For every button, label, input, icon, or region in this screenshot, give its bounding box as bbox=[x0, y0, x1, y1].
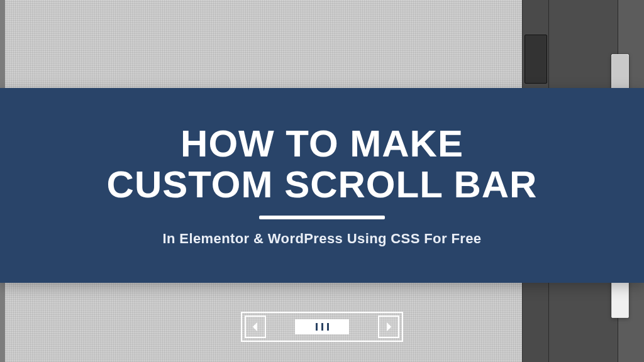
scroll-left-button[interactable] bbox=[245, 315, 266, 338]
subtitle: In Elementor & WordPress Using CSS For F… bbox=[162, 231, 481, 247]
scroll-right-button[interactable] bbox=[378, 315, 399, 338]
title-line2: CUSTOM SCROLL BAR bbox=[107, 163, 538, 206]
chevron-right-icon bbox=[384, 322, 393, 331]
horizontal-scroll-thumb[interactable] bbox=[295, 319, 349, 334]
chevron-left-icon bbox=[251, 322, 260, 331]
horizontal-scroll-track[interactable] bbox=[271, 315, 373, 338]
title-line1: HOW TO MAKE bbox=[180, 123, 464, 165]
sample-horizontal-scrollbar[interactable] bbox=[241, 312, 403, 342]
page-title: HOW TO MAKE CUSTOM SCROLL BAR bbox=[107, 124, 538, 206]
headline-band: HOW TO MAKE CUSTOM SCROLL BAR In Element… bbox=[0, 88, 644, 283]
title-divider bbox=[259, 216, 385, 219]
background: HOW TO MAKE CUSTOM SCROLL BAR In Element… bbox=[0, 0, 644, 362]
right-panel-scrollthumb[interactable] bbox=[525, 35, 547, 84]
